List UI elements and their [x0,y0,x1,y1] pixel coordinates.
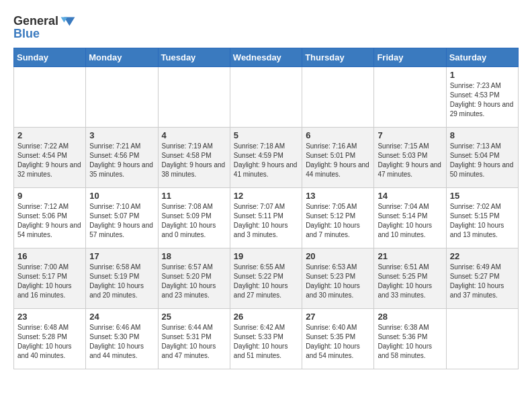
column-header-thursday: Thursday [302,48,374,67]
day-number: 17 [89,251,154,261]
day-info: Sunrise: 7:19 AM Sunset: 4:58 PM Dayligh… [162,142,226,179]
day-info: Sunrise: 7:18 AM Sunset: 4:59 PM Dayligh… [234,142,298,179]
calendar: SundayMondayTuesdayWednesdayThursdayFrid… [13,48,519,369]
day-cell: 22Sunrise: 6:49 AM Sunset: 5:27 PM Dayli… [446,248,518,309]
day-cell [158,67,230,128]
day-number: 14 [378,191,442,201]
day-number: 15 [450,191,515,201]
day-cell: 17Sunrise: 6:58 AM Sunset: 5:19 PM Dayli… [86,248,158,309]
day-number: 13 [306,191,370,201]
day-info: Sunrise: 7:02 AM Sunset: 5:15 PM Dayligh… [450,202,515,240]
day-info: Sunrise: 7:23 AM Sunset: 4:53 PM Dayligh… [450,81,515,119]
day-info: Sunrise: 6:38 AM Sunset: 5:36 PM Dayligh… [378,323,442,361]
day-info: Sunrise: 6:46 AM Sunset: 5:30 PM Dayligh… [89,323,154,361]
day-cell: 15Sunrise: 7:02 AM Sunset: 5:15 PM Dayli… [446,188,518,248]
day-number: 9 [17,191,82,201]
day-info: Sunrise: 7:04 AM Sunset: 5:14 PM Dayligh… [378,202,442,240]
day-number: 4 [162,130,226,140]
day-number: 5 [234,130,298,140]
day-cell: 21Sunrise: 6:51 AM Sunset: 5:25 PM Dayli… [374,248,446,309]
day-info: Sunrise: 7:22 AM Sunset: 4:54 PM Dayligh… [17,142,82,179]
day-cell [446,309,518,369]
logo: General Blue [13,13,76,41]
calendar-header-row: SundayMondayTuesdayWednesdayThursdayFrid… [14,48,519,67]
day-cell [86,67,158,128]
day-number: 24 [89,312,154,322]
day-number: 27 [306,312,370,322]
week-row-5: 23Sunrise: 6:48 AM Sunset: 5:28 PM Dayli… [14,309,519,369]
day-cell: 20Sunrise: 6:53 AM Sunset: 5:23 PM Dayli… [302,248,374,309]
day-number: 21 [378,251,442,261]
day-cell: 5Sunrise: 7:18 AM Sunset: 4:59 PM Daylig… [230,128,302,188]
week-row-2: 2Sunrise: 7:22 AM Sunset: 4:54 PM Daylig… [14,128,519,188]
day-cell: 23Sunrise: 6:48 AM Sunset: 5:28 PM Dayli… [14,309,86,369]
day-cell: 24Sunrise: 6:46 AM Sunset: 5:30 PM Dayli… [86,309,158,369]
day-number: 8 [450,130,515,140]
day-number: 18 [162,251,226,261]
column-header-monday: Monday [86,48,158,67]
day-info: Sunrise: 7:08 AM Sunset: 5:09 PM Dayligh… [162,202,226,240]
column-header-sunday: Sunday [14,48,86,67]
day-cell [230,67,302,128]
day-number: 10 [89,191,154,201]
week-row-4: 16Sunrise: 7:00 AM Sunset: 5:17 PM Dayli… [14,248,519,309]
day-info: Sunrise: 7:16 AM Sunset: 5:01 PM Dayligh… [306,142,370,179]
day-cell: 6Sunrise: 7:16 AM Sunset: 5:01 PM Daylig… [302,128,374,188]
day-number: 11 [162,191,226,201]
day-cell: 7Sunrise: 7:15 AM Sunset: 5:03 PM Daylig… [374,128,446,188]
day-cell: 9Sunrise: 7:12 AM Sunset: 5:06 PM Daylig… [14,188,86,248]
day-info: Sunrise: 6:58 AM Sunset: 5:19 PM Dayligh… [89,263,154,300]
week-row-3: 9Sunrise: 7:12 AM Sunset: 5:06 PM Daylig… [14,188,519,248]
day-info: Sunrise: 7:21 AM Sunset: 4:56 PM Dayligh… [89,142,154,179]
day-number: 3 [89,130,154,140]
day-number: 7 [378,130,442,140]
day-cell: 3Sunrise: 7:21 AM Sunset: 4:56 PM Daylig… [86,128,158,188]
day-cell: 18Sunrise: 6:57 AM Sunset: 5:20 PM Dayli… [158,248,230,309]
day-cell [374,67,446,128]
day-cell: 8Sunrise: 7:13 AM Sunset: 5:04 PM Daylig… [446,128,518,188]
day-cell: 19Sunrise: 6:55 AM Sunset: 5:22 PM Dayli… [230,248,302,309]
column-header-friday: Friday [374,48,446,67]
day-number: 26 [234,312,298,322]
day-cell: 26Sunrise: 6:42 AM Sunset: 5:33 PM Dayli… [230,309,302,369]
day-info: Sunrise: 7:12 AM Sunset: 5:06 PM Dayligh… [17,202,82,240]
day-number: 12 [234,191,298,201]
day-info: Sunrise: 6:57 AM Sunset: 5:20 PM Dayligh… [162,263,226,300]
day-info: Sunrise: 6:55 AM Sunset: 5:22 PM Dayligh… [234,263,298,300]
day-number: 16 [17,251,82,261]
page-header: General Blue [13,13,519,41]
column-header-wednesday: Wednesday [230,48,302,67]
day-cell [302,67,374,128]
day-cell: 13Sunrise: 7:05 AM Sunset: 5:12 PM Dayli… [302,188,374,248]
day-info: Sunrise: 6:51 AM Sunset: 5:25 PM Dayligh… [378,263,442,300]
day-number: 6 [306,130,370,140]
day-info: Sunrise: 6:42 AM Sunset: 5:33 PM Dayligh… [234,323,298,361]
day-cell: 25Sunrise: 6:44 AM Sunset: 5:31 PM Dayli… [158,309,230,369]
day-cell: 12Sunrise: 7:07 AM Sunset: 5:11 PM Dayli… [230,188,302,248]
day-number: 22 [450,251,515,261]
column-header-saturday: Saturday [446,48,518,67]
day-number: 20 [306,251,370,261]
day-info: Sunrise: 6:53 AM Sunset: 5:23 PM Dayligh… [306,263,370,300]
day-cell: 11Sunrise: 7:08 AM Sunset: 5:09 PM Dayli… [158,188,230,248]
day-cell: 2Sunrise: 7:22 AM Sunset: 4:54 PM Daylig… [14,128,86,188]
logo-icon [60,13,76,30]
day-number: 19 [234,251,298,261]
day-number: 23 [17,312,82,322]
day-number: 1 [450,70,515,80]
day-info: Sunrise: 7:00 AM Sunset: 5:17 PM Dayligh… [17,263,82,300]
day-cell: 4Sunrise: 7:19 AM Sunset: 4:58 PM Daylig… [158,128,230,188]
day-number: 2 [17,130,82,140]
day-cell: 1Sunrise: 7:23 AM Sunset: 4:53 PM Daylig… [446,67,518,128]
day-info: Sunrise: 7:07 AM Sunset: 5:11 PM Dayligh… [234,202,298,240]
day-info: Sunrise: 6:44 AM Sunset: 5:31 PM Dayligh… [162,323,226,361]
day-cell: 27Sunrise: 6:40 AM Sunset: 5:35 PM Dayli… [302,309,374,369]
day-number: 25 [162,312,226,322]
day-cell [14,67,86,128]
day-cell: 10Sunrise: 7:10 AM Sunset: 5:07 PM Dayli… [86,188,158,248]
day-cell: 14Sunrise: 7:04 AM Sunset: 5:14 PM Dayli… [374,188,446,248]
day-cell: 28Sunrise: 6:38 AM Sunset: 5:36 PM Dayli… [374,309,446,369]
day-info: Sunrise: 6:40 AM Sunset: 5:35 PM Dayligh… [306,323,370,361]
week-row-1: 1Sunrise: 7:23 AM Sunset: 4:53 PM Daylig… [14,67,519,128]
day-info: Sunrise: 7:10 AM Sunset: 5:07 PM Dayligh… [89,202,154,240]
